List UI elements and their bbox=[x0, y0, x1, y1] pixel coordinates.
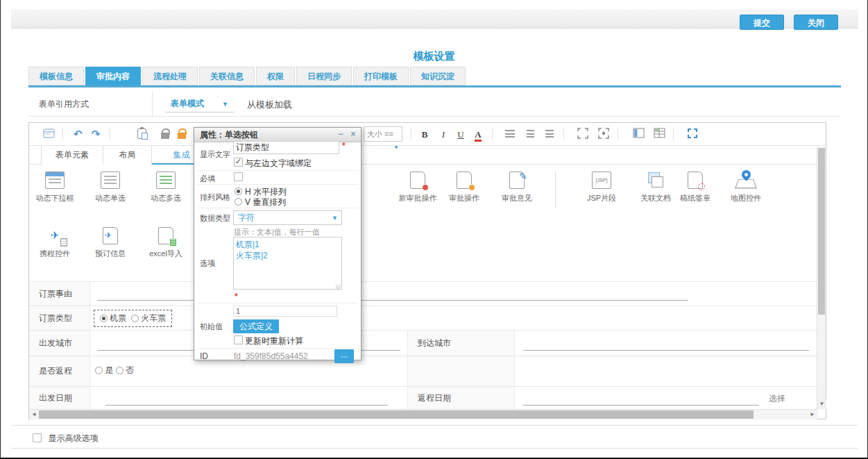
required-checkbox[interactable] bbox=[234, 172, 243, 181]
scroll-left-arrow-icon[interactable]: ◄ bbox=[29, 410, 39, 419]
subtab-form-elements[interactable]: 表单元素 bbox=[41, 146, 103, 165]
single-select-list-icon bbox=[101, 172, 120, 189]
radio-unchecked[interactable] bbox=[116, 367, 124, 374]
palette-item-approval-opinion[interactable]: ✎ 审批意见 bbox=[493, 172, 541, 203]
page-title: 模板设置 bbox=[1, 50, 867, 63]
scroll-right-arrow-icon[interactable]: ► bbox=[808, 410, 817, 419]
divider bbox=[197, 170, 358, 171]
advanced-options-row: 显示高级选项 bbox=[33, 431, 98, 444]
unlock-icon[interactable] bbox=[158, 128, 172, 140]
select-region-icon[interactable] bbox=[576, 128, 590, 140]
palette-item-jsp-fragment[interactable]: [JSP] JSP片段 bbox=[577, 172, 626, 203]
options-textarea[interactable]: 机票|1 火车票|2 bbox=[233, 237, 342, 290]
palette-item-ctrip-control[interactable]: ✈ 携程控件 bbox=[31, 227, 79, 259]
align-center-icon[interactable] bbox=[523, 128, 537, 140]
load-from-template-label[interactable]: 从模板加载 bbox=[247, 99, 292, 111]
display-text-label: 显示文字 bbox=[200, 149, 230, 160]
palette-item-map-control[interactable]: 地图控件 bbox=[722, 172, 770, 203]
subtab-layout[interactable]: 布局 bbox=[103, 146, 152, 165]
field-label: 是否返程 bbox=[29, 356, 90, 386]
close-button[interactable]: 关闭 bbox=[794, 15, 838, 30]
palette-item-booking-info[interactable]: ✈ 预订信息 bbox=[86, 227, 135, 259]
field-label: 返程日期 bbox=[407, 387, 515, 410]
horizontal-scrollbar[interactable]: ◄ ► bbox=[29, 409, 817, 419]
palette-item-dynamic-single[interactable]: 动态单选 bbox=[86, 172, 135, 203]
multi-select-list-icon bbox=[156, 172, 176, 189]
radio-horizontal-checked[interactable] bbox=[235, 187, 242, 195]
bind-left-text-checkbox[interactable] bbox=[234, 158, 243, 167]
redo-icon[interactable]: ↷ bbox=[89, 128, 103, 140]
tab-permissions[interactable]: 权限 bbox=[256, 67, 295, 85]
initial-value-label: 初始值 bbox=[200, 322, 223, 332]
focus-target-icon[interactable] bbox=[597, 128, 611, 140]
palette-item-excel-import[interactable]: excel导入 bbox=[142, 227, 190, 259]
datatype-select[interactable]: 字符▼ bbox=[233, 210, 342, 225]
selected-radio-group[interactable]: 机票 火车票 bbox=[94, 310, 172, 327]
text-input-line[interactable] bbox=[105, 405, 388, 406]
text-input-line[interactable] bbox=[97, 300, 688, 301]
palette-item-dynamic-multi[interactable]: 动态多选 bbox=[142, 172, 190, 203]
radio-unchecked[interactable] bbox=[131, 315, 139, 322]
palette-item-approval-action[interactable]: 审批操作 bbox=[440, 172, 488, 203]
close-icon[interactable]: × bbox=[348, 130, 358, 140]
panel-layout-icon[interactable] bbox=[631, 128, 645, 140]
divider bbox=[673, 128, 674, 140]
date-select-link[interactable]: 选择 bbox=[769, 393, 785, 405]
table-icon[interactable] bbox=[652, 128, 666, 140]
scroll-down-arrow-icon[interactable]: ▼ bbox=[817, 399, 826, 409]
radio-vertical-unchecked[interactable] bbox=[235, 198, 242, 206]
font-color-button[interactable]: A bbox=[471, 128, 485, 140]
italic-button[interactable]: I bbox=[436, 128, 450, 140]
tab-print-template[interactable]: 打印模板 bbox=[353, 67, 409, 85]
divider bbox=[197, 208, 358, 208]
undo-icon[interactable]: ↶ bbox=[71, 128, 85, 140]
document-airplane-icon: ✈ bbox=[103, 227, 118, 244]
jsp-icon: [JSP] bbox=[592, 172, 611, 189]
advanced-options-checkbox[interactable] bbox=[33, 433, 42, 442]
tab-approval-content[interactable]: 审批内容 bbox=[85, 67, 141, 85]
palette-item-paper-seal[interactable]: 稿纸签章 bbox=[671, 172, 720, 203]
tab-schedule-sync[interactable]: 日程同步 bbox=[296, 67, 352, 85]
form-mode-select[interactable]: 表单模式▼ bbox=[165, 96, 235, 112]
tab-process-handling[interactable]: 流程处理 bbox=[142, 67, 198, 85]
id-value: fd_359f85d55a4452 bbox=[234, 351, 308, 361]
template-settings-window: 提交 关闭 模板设置 模板信息 审批内容 流程处理 关联信息 权限 日程同步 打… bbox=[0, 0, 868, 459]
field-label: 出发日期 bbox=[29, 387, 90, 410]
radio-checked[interactable] bbox=[100, 315, 108, 322]
required-asterisk: * bbox=[342, 141, 346, 151]
id-browse-button[interactable]: ... bbox=[334, 349, 354, 363]
minimize-icon[interactable]: − bbox=[336, 130, 346, 140]
align-right-icon[interactable] bbox=[543, 128, 556, 140]
text-input-line[interactable] bbox=[523, 405, 759, 406]
top-header-bar bbox=[11, 9, 858, 28]
vertical-scrollbar[interactable]: ▼ bbox=[817, 147, 826, 409]
recalc-checkbox[interactable] bbox=[234, 335, 243, 344]
fullscreen-icon[interactable] bbox=[686, 128, 699, 140]
palette-item-dynamic-dropdown[interactable]: 动态下拉框 bbox=[31, 172, 79, 203]
required-asterisk: * bbox=[235, 292, 238, 301]
tab-knowledge[interactable]: 知识沉淀 bbox=[410, 67, 466, 85]
radio-unchecked[interactable] bbox=[95, 367, 103, 374]
scrollbar-thumb[interactable] bbox=[818, 148, 825, 315]
initial-value-input[interactable] bbox=[233, 306, 337, 317]
id-label: ID bbox=[200, 351, 208, 361]
paste-icon[interactable] bbox=[135, 128, 148, 140]
empty-cell bbox=[407, 356, 515, 386]
text-input-line[interactable] bbox=[523, 350, 809, 351]
scrollbar-thumb[interactable] bbox=[39, 410, 754, 419]
resize-grip[interactable] bbox=[336, 285, 341, 290]
bold-button[interactable]: B bbox=[418, 128, 432, 140]
palette-item-new-approval-action[interactable]: 新审批操作 bbox=[393, 172, 442, 203]
tab-template-info[interactable]: 模板信息 bbox=[28, 67, 84, 85]
underline-button[interactable]: U bbox=[454, 128, 468, 140]
align-left-icon[interactable] bbox=[503, 128, 517, 140]
font-size-select[interactable]: 大小 ==▼ bbox=[364, 126, 402, 142]
display-text-input[interactable] bbox=[233, 141, 339, 154]
lock-icon[interactable] bbox=[175, 128, 189, 140]
vertical-option-label[interactable]: V 垂直排列 bbox=[245, 197, 286, 208]
submit-button[interactable]: 提交 bbox=[740, 15, 784, 30]
radio-group: 是 否 bbox=[95, 365, 134, 376]
preview-window-icon[interactable] bbox=[42, 128, 56, 140]
tab-related-info[interactable]: 关联信息 bbox=[199, 67, 255, 85]
formula-define-button[interactable]: 公式定义 bbox=[233, 319, 279, 333]
